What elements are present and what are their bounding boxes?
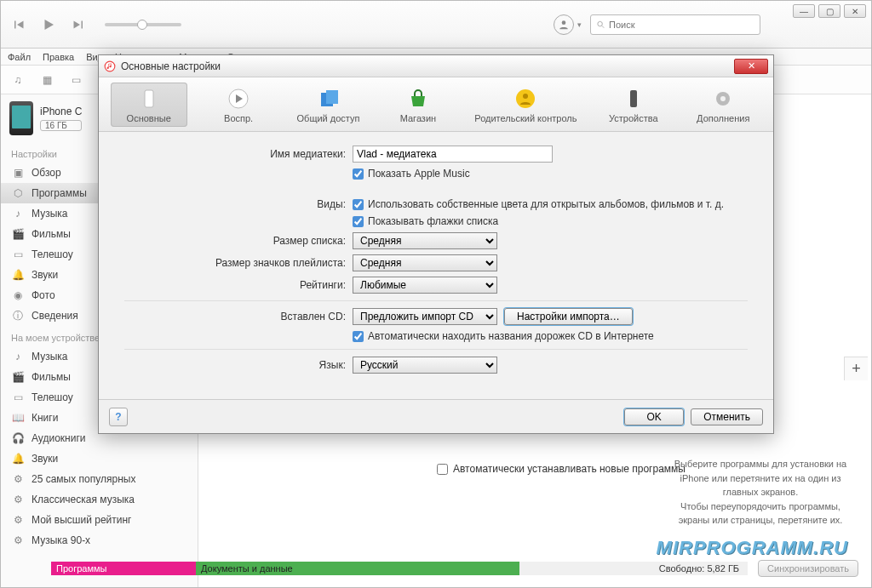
tab-label: Родительский контроль <box>474 113 577 123</box>
sidebar-item-label: 25 самых популярных <box>32 473 135 485</box>
library-name-input[interactable] <box>353 146 553 163</box>
dialog-tabs: Основные Воспр. Общий доступ Магазин Род… <box>99 77 773 132</box>
gear-icon: ⚙ <box>11 472 25 486</box>
menu-edit[interactable]: Правка <box>43 52 74 62</box>
chevron-down-icon[interactable]: ▾ <box>577 20 582 29</box>
language-label: Язык: <box>124 359 353 371</box>
sidebar-item-od-90s[interactable]: ⚙Музыка 90-х <box>1 530 198 551</box>
tab-label: Воспр. <box>224 113 253 123</box>
search-field[interactable] <box>609 20 754 30</box>
auto-install-label: Автоматически устанавливать новые програ… <box>453 463 686 475</box>
sidebar-item-label: Музыка <box>32 351 67 363</box>
ratings-select[interactable]: Любимые <box>353 277 497 294</box>
svg-point-0 <box>562 20 566 25</box>
account-button[interactable] <box>554 14 574 35</box>
dialog-footer: ? OK Отменить <box>99 399 773 433</box>
help-button[interactable]: ? <box>109 408 128 426</box>
music-category-icon[interactable]: ♫ <box>9 71 26 88</box>
dialog-body: Имя медиатеки: Показать Apple Music Виды… <box>99 132 773 399</box>
dialog-title: Основные настройки <box>121 60 221 72</box>
devices-icon <box>621 86 646 111</box>
hint-line2: Чтобы переупорядочить программы, экраны … <box>679 501 843 526</box>
language-select[interactable]: Русский <box>353 357 497 374</box>
dialog-titlebar: Основные настройки ✕ <box>99 55 773 77</box>
next-track-button[interactable] <box>67 14 88 35</box>
sidebar-item-od-popular[interactable]: ⚙25 самых популярных <box>1 469 198 489</box>
tab-sharing[interactable]: Общий доступ <box>290 83 367 127</box>
store-icon <box>405 86 431 111</box>
audiobooks-icon: 🎧 <box>11 431 25 445</box>
tab-label: Магазин <box>400 113 436 123</box>
sync-button[interactable]: Синхронизировать <box>758 560 858 577</box>
tab-parental[interactable]: Родительский контроль <box>469 83 582 127</box>
sidebar-item-label: Музыка 90-х <box>32 534 90 546</box>
list-size-label: Размер списка: <box>124 235 353 247</box>
svg-point-1 <box>598 21 603 26</box>
show-apple-music-checkbox[interactable]: Показать Apple Music <box>353 168 470 180</box>
svg-rect-10 <box>630 90 637 107</box>
sidebar-item-label: Музыка <box>32 208 67 220</box>
close-button[interactable]: ✕ <box>844 4 866 18</box>
gear-icon: ⚙ <box>11 534 25 547</box>
auto-install-checkbox[interactable]: Автоматически устанавливать новые програ… <box>437 463 686 475</box>
play-button[interactable] <box>38 14 59 35</box>
apps-icon: ⬡ <box>11 186 25 200</box>
gear-icon <box>710 86 736 111</box>
menu-file[interactable]: Файл <box>8 52 31 62</box>
tab-store[interactable]: Магазин <box>380 83 456 127</box>
own-colors-checkbox[interactable]: Использовать собственные цвета для откры… <box>353 198 724 210</box>
sidebar-item-od-toprated[interactable]: ⚙Мой высший рейтинг <box>1 510 198 530</box>
search-icon <box>596 20 605 30</box>
gear-icon: ⚙ <box>11 493 25 506</box>
list-size-select[interactable]: Средняя <box>353 232 497 249</box>
parental-icon <box>513 86 538 111</box>
tab-advanced[interactable]: Дополнения <box>685 83 761 127</box>
device-name: iPhone C <box>40 106 82 117</box>
search-input[interactable] <box>590 14 760 35</box>
svg-rect-7 <box>326 90 338 104</box>
general-icon <box>136 86 162 111</box>
auto-cd-lookup-checkbox[interactable]: Автоматически находить названия дорожек … <box>353 330 654 342</box>
maximize-button[interactable]: ▢ <box>818 4 840 18</box>
playlist-icon-size-select[interactable]: Средняя <box>353 254 497 271</box>
tab-label: Общий доступ <box>297 113 360 123</box>
tab-label: Основные <box>127 113 171 123</box>
tv-icon: ▭ <box>11 391 25 404</box>
cancel-button[interactable]: Отменить <box>691 408 763 425</box>
views-label: Виды: <box>124 198 353 210</box>
sidebar-item-label: Звуки <box>32 453 58 465</box>
sidebar-item-label: Звуки <box>32 269 58 281</box>
sidebar-item-label: Классическая музыка <box>32 494 135 505</box>
divider <box>124 300 748 301</box>
movies-icon: 🎬 <box>11 370 25 384</box>
tab-label: Дополнения <box>697 113 749 123</box>
sidebar-item-label: Телешоу <box>32 391 73 403</box>
sidebar-item-od-classical[interactable]: ⚙Классическая музыка <box>1 489 198 510</box>
cd-inserted-label: Вставлен CD: <box>124 311 353 323</box>
import-settings-button[interactable]: Настройки импорта… <box>504 308 633 325</box>
add-button[interactable]: + <box>844 357 868 380</box>
show-flags-checkbox[interactable]: Показывать флажки списка <box>353 215 498 227</box>
ratings-label: Рейтинги: <box>124 279 353 291</box>
photos-icon: ◉ <box>11 288 25 302</box>
sidebar-item-label: Фото <box>32 289 55 301</box>
prev-track-button[interactable] <box>9 14 30 35</box>
movies-category-icon[interactable]: ▦ <box>38 71 55 88</box>
chk-label: Показывать флажки списка <box>368 215 498 227</box>
ok-button[interactable]: OK <box>624 408 684 425</box>
sharing-icon <box>316 86 341 111</box>
music-icon: ♪ <box>11 207 25 220</box>
cd-action-select[interactable]: Предложить импорт CD <box>353 308 497 325</box>
sidebar-item-label: Книги <box>32 412 58 424</box>
dialog-close-button[interactable]: ✕ <box>734 59 768 74</box>
tab-devices[interactable]: Устройства <box>595 83 672 127</box>
hint-line1: Выберите программы для установки на iPho… <box>674 459 846 497</box>
minimize-button[interactable]: — <box>793 4 815 18</box>
tab-playback[interactable]: Воспр. <box>200 83 277 127</box>
auto-install-check[interactable] <box>437 464 448 475</box>
volume-slider[interactable] <box>105 23 181 26</box>
sidebar-item-label: Аудиокниги <box>32 432 86 444</box>
tab-general[interactable]: Основные <box>111 83 187 127</box>
tv-category-icon[interactable]: ▭ <box>67 71 84 88</box>
sidebar-item-od-sounds[interactable]: 🔔Звуки <box>1 448 198 469</box>
